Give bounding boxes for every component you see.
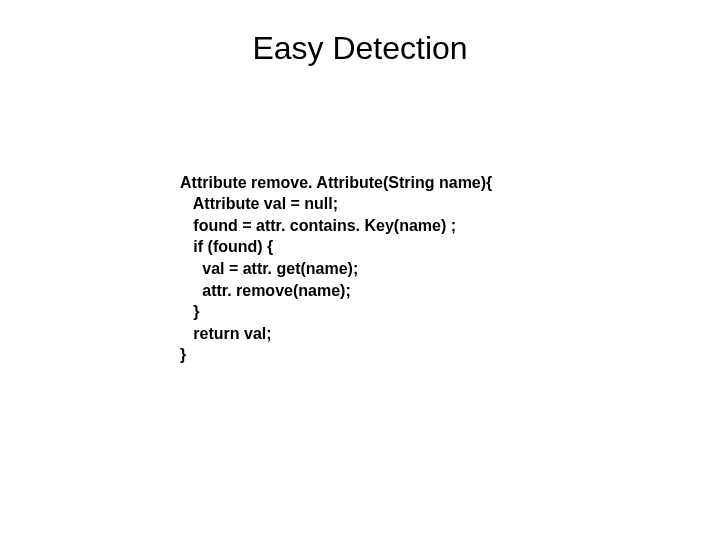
code-block: Attribute remove. Attribute(String name)… <box>180 150 492 366</box>
code-line: Attribute remove. Attribute(String name)… <box>180 174 492 191</box>
code-line: attr. remove(name); <box>180 282 351 299</box>
code-line: } <box>180 346 186 363</box>
slide-title: Easy Detection <box>0 30 720 67</box>
code-line: } <box>180 303 200 320</box>
slide: Easy Detection Attribute remove. Attribu… <box>0 0 720 540</box>
code-line: Attribute val = null; <box>180 195 338 212</box>
code-line: found = attr. contains. Key(name) ; <box>180 217 456 234</box>
code-line: val = attr. get(name); <box>180 260 358 277</box>
code-line: return val; <box>180 325 272 342</box>
code-line: if (found) { <box>180 238 273 255</box>
